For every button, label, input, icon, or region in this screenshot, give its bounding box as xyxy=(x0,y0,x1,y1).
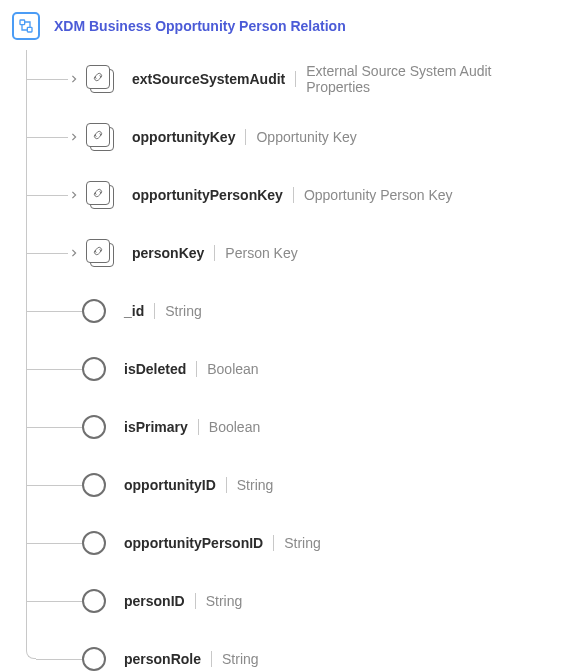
divider xyxy=(295,71,296,87)
tree-connector xyxy=(26,543,82,544)
schema-root-row[interactable]: XDM Business Opportunity Person Relation xyxy=(12,12,554,40)
field-row[interactable]: opportunityKeyOpportunity Key xyxy=(26,108,554,166)
scalar-field-icon xyxy=(82,299,106,323)
field-name: isDeleted xyxy=(124,361,186,377)
field-type: Person Key xyxy=(225,245,297,261)
field-type: Boolean xyxy=(209,419,260,435)
tree-connector xyxy=(26,427,82,428)
field-label: opportunityKeyOpportunity Key xyxy=(132,129,357,145)
field-type: String xyxy=(237,477,274,493)
tree-connector xyxy=(26,195,68,196)
divider xyxy=(293,187,294,203)
schema-tree: XDM Business Opportunity Person Relation… xyxy=(12,12,554,672)
scalar-field-icon xyxy=(82,647,106,671)
field-row[interactable]: isPrimaryBoolean xyxy=(26,398,554,456)
field-name: isPrimary xyxy=(124,419,188,435)
divider xyxy=(273,535,274,551)
field-row[interactable]: extSourceSystemAuditExternal Source Syst… xyxy=(26,50,554,108)
field-type: String xyxy=(165,303,202,319)
field-type: String xyxy=(222,651,259,667)
tree-connector xyxy=(26,369,82,370)
field-row[interactable]: personRoleString xyxy=(26,630,554,672)
field-type: External Source System Audit Properties xyxy=(306,63,554,95)
schema-fields: extSourceSystemAuditExternal Source Syst… xyxy=(12,50,554,672)
tree-connector xyxy=(26,79,68,80)
expand-chevron-icon[interactable] xyxy=(68,75,80,83)
object-field-icon xyxy=(86,65,114,93)
tree-connector xyxy=(26,311,82,312)
field-label: extSourceSystemAuditExternal Source Syst… xyxy=(132,63,554,95)
field-name: personID xyxy=(124,593,185,609)
field-type: Boolean xyxy=(207,361,258,377)
field-name: opportunityPersonKey xyxy=(132,187,283,203)
field-label: personIDString xyxy=(124,593,242,609)
tree-connector xyxy=(26,137,68,138)
scalar-field-icon xyxy=(82,473,106,497)
field-row[interactable]: _idString xyxy=(26,282,554,340)
expand-chevron-icon[interactable] xyxy=(68,249,80,257)
schema-icon xyxy=(12,12,40,40)
field-label: isPrimaryBoolean xyxy=(124,419,260,435)
schema-title: XDM Business Opportunity Person Relation xyxy=(54,18,346,34)
scalar-field-icon xyxy=(82,357,106,381)
scalar-field-icon xyxy=(82,531,106,555)
field-name: _id xyxy=(124,303,144,319)
field-name: opportunityPersonID xyxy=(124,535,263,551)
scalar-field-icon xyxy=(82,415,106,439)
divider xyxy=(154,303,155,319)
divider xyxy=(196,361,197,377)
scalar-field-icon xyxy=(82,589,106,613)
field-label: _idString xyxy=(124,303,202,319)
field-name: personRole xyxy=(124,651,201,667)
divider xyxy=(245,129,246,145)
divider xyxy=(198,419,199,435)
field-type: String xyxy=(284,535,321,551)
field-label: opportunityPersonKeyOpportunity Person K… xyxy=(132,187,453,203)
tree-connector xyxy=(26,649,36,659)
field-row[interactable]: isDeletedBoolean xyxy=(26,340,554,398)
field-label: opportunityIDString xyxy=(124,477,273,493)
field-row[interactable]: opportunityPersonKeyOpportunity Person K… xyxy=(26,166,554,224)
svg-rect-1 xyxy=(27,27,32,32)
field-row[interactable]: personIDString xyxy=(26,572,554,630)
field-type: Opportunity Key xyxy=(256,129,356,145)
tree-connector xyxy=(26,601,82,602)
expand-chevron-icon[interactable] xyxy=(68,133,80,141)
field-label: opportunityPersonIDString xyxy=(124,535,321,551)
tree-connector xyxy=(26,485,82,486)
tree-connector xyxy=(36,659,82,660)
field-type: Opportunity Person Key xyxy=(304,187,453,203)
field-row[interactable]: opportunityIDString xyxy=(26,456,554,514)
divider xyxy=(214,245,215,261)
svg-rect-0 xyxy=(20,20,25,25)
divider xyxy=(211,651,212,667)
divider xyxy=(226,477,227,493)
field-name: opportunityKey xyxy=(132,129,235,145)
tree-connector xyxy=(26,253,68,254)
object-field-icon xyxy=(86,181,114,209)
field-name: extSourceSystemAudit xyxy=(132,71,285,87)
object-field-icon xyxy=(86,239,114,267)
expand-chevron-icon[interactable] xyxy=(68,191,80,199)
field-label: isDeletedBoolean xyxy=(124,361,259,377)
field-row[interactable]: personKeyPerson Key xyxy=(26,224,554,282)
field-type: String xyxy=(206,593,243,609)
field-label: personKeyPerson Key xyxy=(132,245,298,261)
field-row[interactable]: opportunityPersonIDString xyxy=(26,514,554,572)
field-label: personRoleString xyxy=(124,651,259,667)
field-name: personKey xyxy=(132,245,204,261)
divider xyxy=(195,593,196,609)
object-field-icon xyxy=(86,123,114,151)
field-name: opportunityID xyxy=(124,477,216,493)
